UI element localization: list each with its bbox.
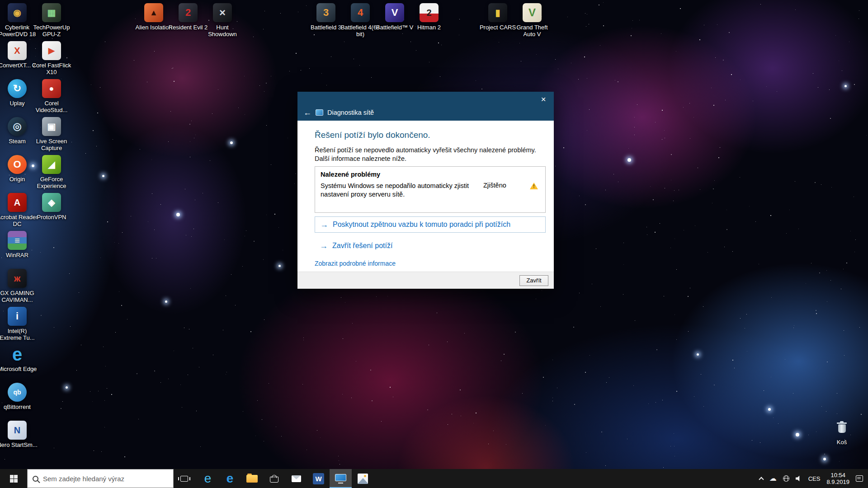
acrobat-reader-dc-icon: A — [8, 193, 27, 212]
taskbar-app-microsoft-edge[interactable]: e — [219, 469, 241, 488]
bright-star — [230, 141, 233, 144]
language-indicator[interactable]: CES — [805, 469, 824, 488]
taskbar-app-file-explorer[interactable] — [241, 469, 263, 488]
geforce-experience-icon: ◢ — [42, 155, 61, 174]
desktop-icon-hunt-showdown[interactable]: ×Hunt Showdown — [202, 3, 243, 38]
desktop-icon-nero-startsm[interactable]: NNero StartSm... — [0, 421, 38, 448]
word-icon: W — [313, 473, 324, 484]
microsoft-edge-icon: e — [226, 472, 234, 485]
problems-found-box: Nalezené problémy Systému Windows se nep… — [315, 166, 546, 213]
desktop-icon-techpowerup-gpu-z[interactable]: ▦TechPowerUp GPU-Z — [31, 3, 72, 38]
clock-time: 10:54 — [830, 472, 845, 479]
network-diagnostics-icon — [335, 474, 346, 483]
winrar-icon: ≡ — [8, 231, 27, 250]
desktop-icon-grand-theft-auto-v[interactable]: VGrand Theft Auto V — [511, 3, 553, 38]
hidden-icons-icon — [759, 477, 764, 482]
file-explorer-icon — [246, 475, 258, 483]
close-troubleshooter-link[interactable]: Zavřít řešení potíží — [332, 242, 392, 250]
ko-icon — [832, 418, 851, 437]
feedback-link[interactable]: Poskytnout zpětnou vazbu k tomuto poradc… — [333, 221, 510, 229]
origin-icon: O — [8, 155, 27, 174]
close-dialog-button[interactable]: Zavřít — [519, 275, 548, 286]
taskbar-app-internet-explorer[interactable]: e — [197, 469, 219, 488]
tray-volume-button[interactable] — [793, 469, 805, 488]
show-details-link[interactable]: Zobrazit podrobné informace — [315, 260, 396, 267]
close-troubleshooter-row[interactable]: → Zavřít řešení potíží — [315, 242, 546, 250]
dialog-body: Řešení potíží bylo dokončeno. Řešení pot… — [297, 121, 554, 267]
problem-text: Systému Windows se nepodařilo automatick… — [321, 182, 477, 199]
taskbar-search[interactable] — [27, 469, 174, 488]
dialog-description: Řešení potíží se nepovedlo automaticky v… — [315, 146, 538, 163]
dialog-heading: Řešení potíží bylo dokončeno. — [315, 130, 546, 140]
bright-star — [697, 353, 699, 356]
uplay-icon: ↻ — [8, 79, 27, 98]
desktop-icon-label: WinRAR — [0, 252, 38, 258]
problem-status: Zjištěno — [483, 182, 506, 189]
convertxt-7-icon: X — [8, 41, 27, 60]
desktop-icon-intel-r-extreme-tu[interactable]: iIntel(R) Extreme Tu... — [0, 307, 38, 341]
dialog-footer: Zavřít — [297, 272, 554, 289]
windows-logo-icon — [10, 475, 18, 483]
task-view-button[interactable] — [174, 469, 194, 488]
desktop-icon-label: GX GAMING CAVIMAN... — [0, 290, 38, 303]
grand-theft-auto-v-icon: V — [523, 3, 542, 22]
desktop-icon-label: Nero StartSm... — [0, 441, 38, 448]
taskbar-app-word[interactable]: W — [307, 469, 330, 488]
start-button[interactable] — [0, 469, 27, 488]
battlefield-v-icon: V — [385, 3, 404, 22]
internet-explorer-icon: e — [204, 472, 212, 485]
desktop-icon-label: Corel FastFlick X10 — [31, 62, 72, 75]
bright-star — [796, 433, 799, 436]
nero-startsm-icon: N — [8, 421, 27, 440]
desktop-icon-protonvpn[interactable]: ◈ProtonVPN — [31, 193, 72, 221]
desktop-icon-label: qBittorrent — [0, 404, 38, 410]
corel-fastflick-x10-icon: ▶ — [42, 41, 61, 60]
dialog-titlebar: × ← Diagnostika sítě — [297, 92, 554, 121]
bright-star — [102, 175, 104, 177]
tray-onedrive-button[interactable]: ☁ — [766, 469, 780, 488]
desktop-icon-live-screen-capture[interactable]: ▣Live Screen Capture — [31, 117, 72, 151]
details-row: Zobrazit podrobné informace — [315, 259, 546, 267]
techpowerup-gpu-z-icon: ▦ — [42, 3, 61, 22]
arrow-icon: → — [320, 221, 328, 229]
qbittorrent-icon: qb — [8, 383, 27, 402]
problems-rows: Systému Windows se nepodařilo automatick… — [315, 181, 545, 199]
desktop-icon-hitman-2[interactable]: 2Hitman 2 — [408, 3, 450, 31]
desktop-icon-label: Corel VideoStud... — [31, 100, 72, 113]
taskbar-app-photos[interactable] — [352, 469, 374, 488]
search-input[interactable] — [43, 475, 168, 483]
gx-gaming-caviman-icon: ж — [8, 269, 27, 288]
action-center-icon — [856, 475, 863, 482]
task-view-icon — [180, 476, 188, 482]
tray-hidden-icons-button[interactable] — [756, 469, 766, 488]
action-center-button[interactable] — [853, 469, 866, 488]
dialog-title: Diagnostika sítě — [327, 109, 374, 116]
mail-icon — [292, 475, 301, 482]
feedback-link-box[interactable]: → Poskytnout zpětnou vazbu k tomuto pora… — [315, 216, 546, 233]
hunt-showdown-icon: × — [213, 3, 232, 22]
corel-videostud-icon: ● — [42, 79, 61, 98]
recycle-bin[interactable]: Koš — [821, 418, 863, 446]
desktop-icon-corel-fastflick-x10[interactable]: ▶Corel FastFlick X10 — [31, 41, 72, 75]
tray-network-button[interactable] — [780, 469, 793, 488]
volume-icon — [796, 475, 802, 482]
desktop-icon-gx-gaming-caviman[interactable]: жGX GAMING CAVIMAN... — [0, 269, 38, 303]
clock[interactable]: 10:54 8.9.2019 — [823, 469, 853, 488]
battlefield-3-icon: 3 — [316, 3, 335, 22]
desktop-icon-winrar[interactable]: ≡WinRAR — [0, 231, 38, 258]
taskbar-apps: eeW — [197, 469, 374, 488]
close-icon[interactable]: × — [537, 94, 550, 105]
desktop-icon-microsoft-edge[interactable]: eMicrosoft Edge — [0, 345, 38, 372]
desktop-icon-qbittorrent[interactable]: qbqBittorrent — [0, 383, 38, 410]
bright-star — [627, 158, 631, 162]
desktop-icon-label: Live Screen Capture — [31, 138, 72, 151]
desktop-icon-corel-videostud[interactable]: ●Corel VideoStud... — [31, 79, 72, 113]
back-button[interactable]: ← — [303, 108, 311, 117]
bright-star — [823, 458, 826, 460]
taskbar-app-network-diagnostics[interactable] — [330, 469, 352, 488]
taskbar-app-microsoft-store[interactable] — [263, 469, 285, 488]
tray-icons: ☁ — [756, 469, 805, 488]
desktop-icon-geforce-experience[interactable]: ◢GeForce Experience — [31, 155, 72, 189]
taskbar-app-mail[interactable] — [285, 469, 307, 488]
network-diagnostics-icon — [316, 109, 323, 116]
